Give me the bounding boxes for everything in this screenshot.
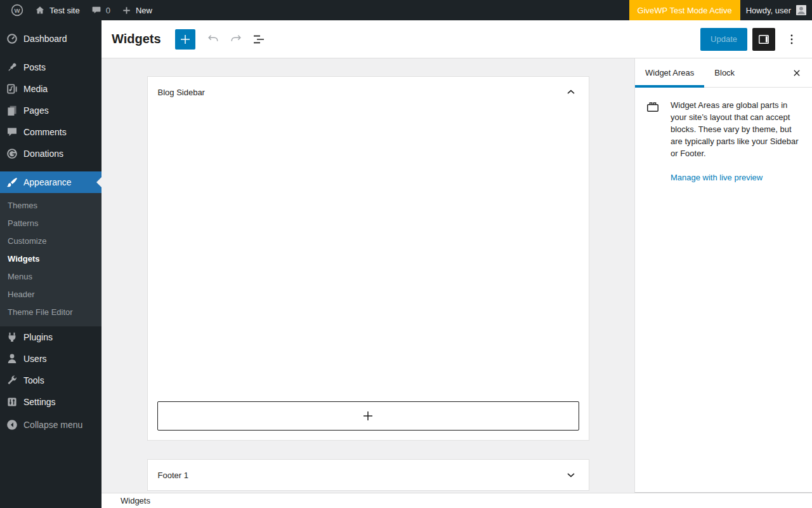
redo-button[interactable] [225, 28, 247, 51]
paintbrush-icon [0, 176, 23, 189]
sidebar-item-donations[interactable]: Donations [0, 143, 102, 164]
editor-header-right: Update [700, 28, 812, 51]
admin-bar: W Test site 0 New GiveWP Test Mode Activ… [0, 0, 812, 20]
admin-bar-left: W Test site 0 New [0, 0, 158, 20]
block-inserter-button[interactable] [175, 29, 195, 50]
inspector-body: Widget Areas are global parts in your si… [635, 88, 812, 194]
wordpress-logo-icon: W [11, 4, 23, 17]
sidebar-item-users[interactable]: Users [0, 348, 102, 370]
list-view-icon [251, 32, 266, 47]
update-button[interactable]: Update [700, 28, 747, 51]
widget-area-title: Blog Sidebar [158, 88, 205, 97]
widget-area-body [148, 107, 589, 440]
page-title: Widgets [112, 32, 161, 46]
submenu-item-themes[interactable]: Themes [0, 197, 102, 215]
widgets-editor-canvas: Blog Sidebar Footer 1 [102, 58, 634, 493]
new-label: New [136, 6, 152, 15]
tab-block[interactable]: Block [704, 58, 745, 87]
home-icon [35, 5, 45, 15]
submenu-item-theme-file-editor[interactable]: Theme File Editor [0, 304, 102, 321]
admin-bar-right: GiveWP Test Mode Active Howdy, user [629, 0, 812, 20]
avatar [796, 5, 806, 15]
site-name-menu[interactable]: Test site [29, 0, 86, 20]
ellipsis-icon [784, 32, 799, 47]
settings-sliders-icon [0, 396, 23, 408]
breadcrumb: Widgets [121, 496, 150, 505]
widget-area-header-footer-1[interactable]: Footer 1 [148, 460, 589, 490]
tab-widget-areas[interactable]: Widget Areas [635, 58, 704, 87]
undo-button[interactable] [202, 28, 225, 51]
sidebar-item-label: Plugins [23, 332, 53, 342]
close-icon [790, 67, 803, 79]
list-view-button[interactable] [247, 28, 270, 51]
wrench-icon [0, 374, 23, 387]
editor-header: Widgets Update [102, 20, 812, 58]
givewp-donations-icon [0, 147, 23, 160]
menu-separator [0, 164, 102, 171]
sidebar-item-plugins[interactable]: Plugins [0, 326, 102, 348]
sidebar-item-dashboard[interactable]: Dashboard [0, 28, 102, 50]
sidebar-item-tools[interactable]: Tools [0, 370, 102, 391]
sidebar-item-settings[interactable]: Settings [0, 391, 102, 413]
sidebar-item-collapse-menu[interactable]: Collapse menu [0, 414, 102, 436]
chevron-up-icon [563, 84, 579, 100]
widget-area-panel-footer-1: Footer 1 [147, 459, 589, 491]
sidebar-item-label: Collapse menu [23, 420, 82, 430]
settings-sidebar: Widget Areas Block Widget Areas are glob… [634, 58, 812, 493]
breadcrumb-bar: Widgets [102, 493, 812, 508]
sidebar-item-posts[interactable]: Posts [0, 57, 102, 78]
plus-icon [178, 32, 193, 47]
pages-icon [0, 104, 23, 117]
settings-sidebar-toggle-button[interactable] [752, 28, 775, 51]
sidebar-item-label: Users [23, 354, 47, 364]
close-sidebar-button[interactable] [782, 58, 812, 87]
submenu-item-customize[interactable]: Customize [0, 232, 102, 250]
submenu-item-menus[interactable]: Menus [0, 268, 102, 286]
plus-icon [360, 408, 376, 424]
sidebar-item-label: Dashboard [23, 34, 67, 44]
widget-area-panel-blog-sidebar: Blog Sidebar [147, 76, 589, 441]
givewp-test-mode-badge[interactable]: GiveWP Test Mode Active [629, 0, 740, 20]
sidebar-item-label: Appearance [23, 177, 72, 187]
sidebar-item-label: Donations [23, 149, 63, 159]
sidebar-item-appearance[interactable]: Appearance [0, 171, 102, 193]
undo-icon [206, 32, 221, 47]
sidebar-item-label: Settings [23, 397, 56, 407]
media-icon [0, 83, 23, 95]
submenu-item-header[interactable]: Header [0, 286, 102, 304]
comment-bubble-icon [91, 5, 102, 15]
pushpin-icon [0, 61, 23, 74]
comment-count: 0 [106, 6, 110, 15]
site-name-label: Test site [49, 6, 80, 15]
sidebar-item-comments[interactable]: Comments [0, 121, 102, 143]
widget-area-header-blog-sidebar[interactable]: Blog Sidebar [148, 77, 589, 107]
manage-live-preview-link[interactable]: Manage with live preview [671, 173, 763, 182]
submenu-item-widgets[interactable]: Widgets [0, 250, 102, 268]
admin-sidebar-menu: Dashboard Posts Media Pages Comments Don… [0, 20, 102, 508]
comments-menu[interactable]: 0 [86, 0, 116, 20]
sidebar-item-media[interactable]: Media [0, 78, 102, 100]
my-account-menu[interactable]: Howdy, user [740, 0, 812, 20]
plus-icon [122, 6, 131, 15]
sidebar-item-label: Comments [23, 127, 67, 137]
appearance-submenu: Themes Patterns Customize Widgets Menus … [0, 193, 102, 326]
collapse-arrow-icon [0, 418, 23, 431]
howdy-label: Howdy, user [746, 6, 791, 15]
new-menu[interactable]: New [116, 0, 158, 20]
user-icon [0, 352, 23, 365]
svg-text:W: W [15, 7, 20, 14]
widget-areas-description: Widget Areas are global parts in your si… [671, 99, 802, 159]
block-appender-button[interactable] [157, 401, 579, 431]
plugin-icon [0, 331, 23, 344]
options-menu-button[interactable] [780, 28, 803, 51]
comments-icon [0, 126, 23, 138]
inspector-tabs: Widget Areas Block [635, 58, 812, 88]
test-mode-label: GiveWP Test Mode Active [638, 6, 732, 15]
redo-icon [228, 32, 244, 47]
wordpress-logo-menu[interactable]: W [5, 0, 29, 20]
sidebar-item-label: Pages [23, 105, 49, 116]
sidebar-item-pages[interactable]: Pages [0, 100, 102, 121]
dashboard-icon [0, 32, 23, 45]
submenu-item-patterns[interactable]: Patterns [0, 215, 102, 232]
widget-area-title: Footer 1 [158, 471, 188, 480]
